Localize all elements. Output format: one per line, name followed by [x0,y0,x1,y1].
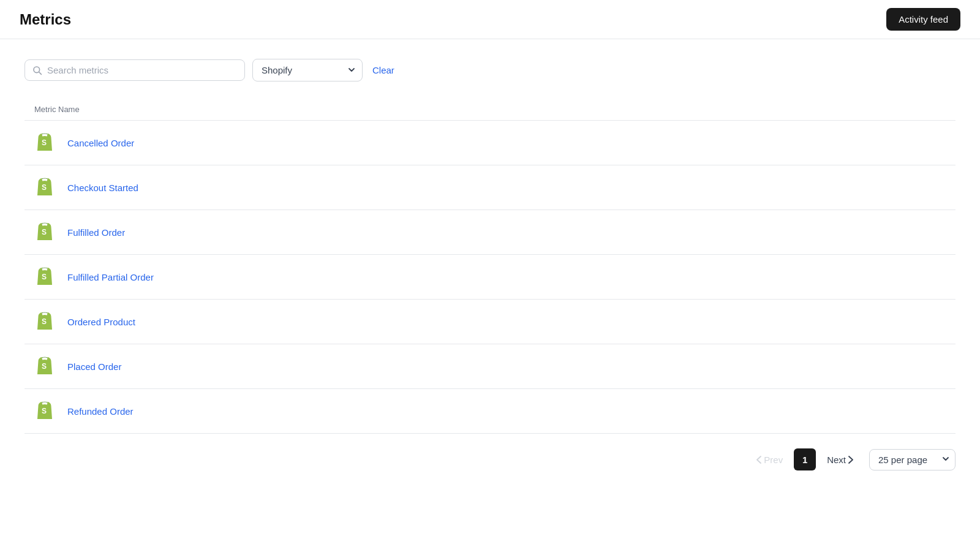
metric-cell-inner: S Placed Order [34,354,946,379]
metric-name-link[interactable]: Fulfilled Order [67,227,125,238]
page-header: Metrics Activity feed [0,0,980,39]
search-icon [32,66,42,75]
metric-name-link[interactable]: Refunded Order [67,406,134,417]
prev-button[interactable]: Prev [750,450,789,470]
table-row: S Refunded Order [24,389,956,434]
metric-name-link[interactable]: Fulfilled Partial Order [67,272,154,282]
table-row: S Cancelled Order [24,121,956,165]
metric-cell-inner: S Fulfilled Partial Order [34,265,946,289]
chevron-right-icon [848,456,853,464]
shopify-logo-icon: S [34,354,59,379]
search-wrapper [24,59,245,81]
metric-cell-inner: S Cancelled Order [34,130,946,155]
metric-cell: S Checkout Started [24,165,956,210]
table-body: S Cancelled Order S Checkout Started [24,121,956,434]
next-label: Next [827,455,846,465]
metric-cell-inner: S Checkout Started [34,175,946,200]
shopify-logo-icon: S [34,399,59,423]
svg-text:S: S [42,317,47,326]
column-metric-name: Metric Name [24,99,956,121]
filters-row: Shopify All Sources Custom Clear [24,59,956,81]
per-page-wrapper: 25 per page 50 per page 100 per page [869,449,956,470]
table-row: S Ordered Product [24,300,956,344]
pagination: Prev 1 Next 25 per page 50 per page 100 … [24,434,956,475]
metrics-table: Metric Name S Cancelled Order [24,99,956,434]
table-row: S Fulfilled Partial Order [24,255,956,300]
source-select[interactable]: Shopify All Sources Custom [252,59,363,81]
table-row: S Placed Order [24,344,956,389]
metric-name-link[interactable]: Checkout Started [67,183,138,193]
svg-text:S: S [42,183,47,192]
metric-cell: S Fulfilled Order [24,210,956,255]
table-row: S Checkout Started [24,165,956,210]
metric-name-link[interactable]: Cancelled Order [67,138,134,148]
clear-button[interactable]: Clear [370,65,397,75]
next-button[interactable]: Next [821,450,859,470]
per-page-select[interactable]: 25 per page 50 per page 100 per page [869,449,956,470]
shopify-logo-icon: S [34,175,59,200]
metric-cell: S Refunded Order [24,389,956,434]
svg-point-0 [34,67,40,73]
table-row: S Fulfilled Order [24,210,956,255]
metric-cell: S Cancelled Order [24,121,956,165]
metric-cell-inner: S Ordered Product [34,309,946,334]
search-input[interactable] [47,65,237,75]
svg-text:S: S [42,407,47,415]
source-select-wrapper: Shopify All Sources Custom [252,59,363,81]
metric-cell: S Fulfilled Partial Order [24,255,956,300]
shopify-logo-icon: S [34,309,59,334]
svg-line-1 [39,72,42,74]
table-header: Metric Name [24,99,956,121]
shopify-logo-icon: S [34,130,59,155]
shopify-logo-icon: S [34,265,59,289]
shopify-logo-icon: S [34,220,59,244]
metric-cell-inner: S Refunded Order [34,399,946,423]
main-content: Shopify All Sources Custom Clear Metric … [0,39,980,495]
metric-name-link[interactable]: Placed Order [67,361,121,372]
prev-label: Prev [764,455,783,465]
metric-name-link[interactable]: Ordered Product [67,317,135,327]
page-1-button[interactable]: 1 [794,448,816,470]
metric-cell: S Placed Order [24,344,956,389]
svg-text:S: S [42,228,47,236]
svg-text:S: S [42,138,47,147]
activity-feed-button[interactable]: Activity feed [886,8,960,31]
svg-text:S: S [42,273,47,281]
page-title: Metrics [20,11,71,28]
metric-cell-inner: S Fulfilled Order [34,220,946,244]
svg-text:S: S [42,362,47,371]
chevron-left-icon [756,456,761,464]
metric-cell: S Ordered Product [24,300,956,344]
